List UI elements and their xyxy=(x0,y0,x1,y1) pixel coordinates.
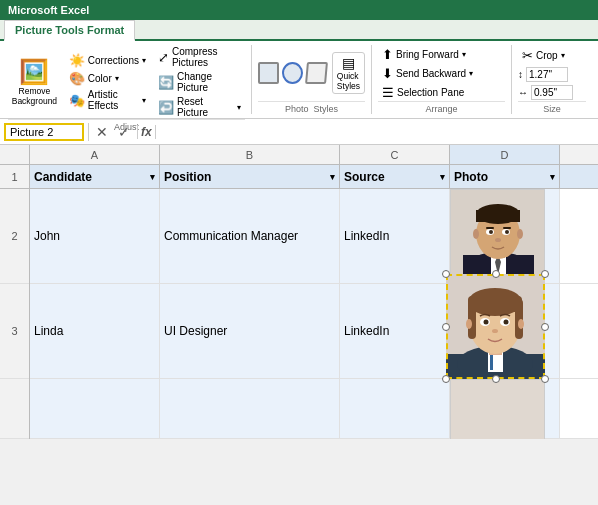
photo-person1[interactable] xyxy=(450,189,545,279)
picture-styles-group: ▤ QuickStyles Photo Styles xyxy=(252,45,372,114)
quick-styles-button[interactable]: ▤ QuickStyles xyxy=(332,52,365,94)
send-backward-button[interactable]: ⬇ Send Backward ▾ xyxy=(378,65,505,82)
row-num-4 xyxy=(0,379,29,439)
col-header-A[interactable]: A xyxy=(30,145,160,164)
color-button[interactable]: 🎨 Color ▾ xyxy=(65,70,150,87)
crop-button[interactable]: ✂ Crop ▾ xyxy=(518,47,586,64)
bring-forward-button[interactable]: ⬆ Bring Forward ▾ xyxy=(378,46,505,63)
svg-rect-14 xyxy=(503,227,511,229)
header-row: Candidate ▾ Position ▾ Source ▾ Photo ▾ xyxy=(30,165,598,189)
confirm-button[interactable]: ✓ xyxy=(115,124,133,140)
cell-C4[interactable] xyxy=(340,379,450,438)
svg-point-46 xyxy=(519,393,525,403)
col-header-D[interactable]: D xyxy=(450,145,560,164)
picture-style-3[interactable] xyxy=(305,62,328,84)
compress-icon: ⤢ xyxy=(158,50,169,65)
send-backward-icon: ⬇ xyxy=(382,66,393,81)
svg-point-31 xyxy=(484,320,489,325)
bring-forward-icon: ⬆ xyxy=(382,47,393,62)
remove-background-button[interactable]: 🖼️ RemoveBackground xyxy=(8,53,61,111)
cell-B4[interactable] xyxy=(160,379,340,438)
change-picture-icon: 🔄 xyxy=(158,75,174,90)
formula-input[interactable] xyxy=(160,125,594,139)
height-field-row: ↕ xyxy=(518,67,586,82)
cell-B3[interactable]: UI Designer xyxy=(160,284,340,378)
crop-icon: ✂ xyxy=(522,48,533,63)
handle-tl xyxy=(442,270,450,278)
photo-person3[interactable] xyxy=(450,379,545,439)
spreadsheet: A B C D 1 2 3 Candidate ▾ Position ▾ xyxy=(0,145,598,439)
corrections-button[interactable]: ☀️ Corrections ▾ xyxy=(65,52,150,69)
filter-arrow-A1[interactable]: ▾ xyxy=(150,172,155,182)
artistic-effects-button[interactable]: 🎭 Artistic Effects ▾ xyxy=(65,88,150,112)
height-input[interactable] xyxy=(526,67,568,82)
col-header-C[interactable]: C xyxy=(340,145,450,164)
filter-arrow-D1[interactable]: ▾ xyxy=(550,172,555,182)
handle-tr xyxy=(541,270,549,278)
handle-mr xyxy=(541,323,549,331)
remove-bg-label: RemoveBackground xyxy=(12,86,57,106)
tab-picture-format[interactable]: Picture Tools Format xyxy=(4,20,135,41)
svg-point-42 xyxy=(495,392,501,396)
picture-style-2[interactable] xyxy=(282,62,303,84)
cell-B1[interactable]: Position ▾ xyxy=(160,165,340,188)
width-input[interactable] xyxy=(531,85,573,100)
selection-pane-button[interactable]: ☰ Selection Pane xyxy=(378,84,505,101)
ribbon-tabs-row: Picture Tools Format xyxy=(0,20,598,41)
send-backward-label: Send Backward xyxy=(396,68,466,79)
app-title: Microsoft Excel xyxy=(8,4,89,16)
svg-rect-28 xyxy=(468,296,522,312)
artistic-effects-icon: 🎭 xyxy=(69,93,85,108)
filter-arrow-C1[interactable]: ▾ xyxy=(440,172,445,182)
row-num-3: 3 xyxy=(0,284,29,379)
row-num-2: 2 xyxy=(0,189,29,284)
cell-B2[interactable]: Communication Manager xyxy=(160,189,340,283)
svg-point-32 xyxy=(504,320,509,325)
cell-C2[interactable]: LinkedIn xyxy=(340,189,450,283)
name-box[interactable] xyxy=(4,123,84,141)
cell-A3[interactable]: Linda xyxy=(30,284,160,378)
arrange-group-label: Arrange xyxy=(378,101,505,114)
person1-svg xyxy=(451,190,545,279)
svg-point-43 xyxy=(480,398,516,418)
crop-label: Crop xyxy=(536,50,558,61)
cell-C3[interactable]: LinkedIn xyxy=(340,284,450,378)
compress-pictures-button[interactable]: ⤢ Compress Pictures xyxy=(154,45,245,69)
svg-point-45 xyxy=(471,393,477,403)
selection-pane-label: Selection Pane xyxy=(397,87,464,98)
row-num-1: 1 xyxy=(0,165,29,189)
compress-label: Compress Pictures xyxy=(172,46,241,68)
cell-A1[interactable]: Candidate ▾ xyxy=(30,165,160,188)
column-headers-row: A B C D xyxy=(0,145,598,165)
ribbon: Microsoft Excel Picture Tools Format 🖼️ … xyxy=(0,0,598,119)
cell-C1[interactable]: Source ▾ xyxy=(340,165,450,188)
person3-svg xyxy=(451,380,545,439)
handle-br xyxy=(541,375,549,383)
picture-style-1[interactable] xyxy=(258,62,279,84)
handle-bm xyxy=(492,375,500,383)
formula-bar-separator xyxy=(88,123,89,141)
quick-styles-label: QuickStyles xyxy=(337,71,360,91)
picture-styles-group-label: Photo Styles xyxy=(258,101,365,114)
photo-person2-selected[interactable] xyxy=(446,274,545,379)
cell-A4[interactable] xyxy=(30,379,160,438)
change-picture-button[interactable]: 🔄 Change Picture xyxy=(154,70,245,94)
reset-picture-label: Reset Picture xyxy=(177,96,234,118)
reset-picture-button[interactable]: ↩️ Reset Picture ▾ xyxy=(154,95,245,119)
cell-A2[interactable]: John xyxy=(30,189,160,283)
cancel-button[interactable]: ✕ xyxy=(93,124,111,140)
svg-point-11 xyxy=(489,230,493,234)
cell-D1[interactable]: Photo ▾ xyxy=(450,165,560,188)
svg-point-34 xyxy=(466,319,472,329)
width-field-row: ↔ xyxy=(518,85,586,100)
handle-ml xyxy=(442,323,450,331)
size-group-label: Size xyxy=(518,101,586,114)
artistic-effects-label: Artistic Effects xyxy=(88,89,139,111)
size-group: ✂ Crop ▾ ↕ ↔ Size xyxy=(512,45,592,114)
filter-arrow-B1[interactable]: ▾ xyxy=(330,172,335,182)
adjust-group: 🖼️ RemoveBackground ☀️ Corrections ▾ 🎨 C… xyxy=(6,45,252,114)
row-numbers-col: 1 2 3 xyxy=(0,165,30,439)
col-header-B[interactable]: B xyxy=(160,145,340,164)
fx-button[interactable]: fx xyxy=(137,125,156,139)
svg-point-33 xyxy=(492,329,498,333)
